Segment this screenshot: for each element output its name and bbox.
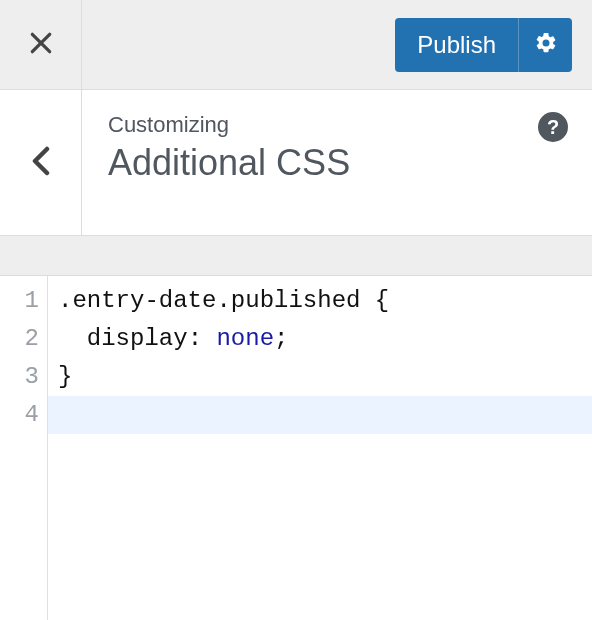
header-content: Customizing Additional CSS ? — [82, 90, 592, 235]
code-token: ; — [274, 325, 288, 352]
code-token: none — [216, 325, 274, 352]
line-number: 1 — [0, 282, 39, 320]
code-line[interactable]: } — [58, 358, 592, 396]
close-button[interactable] — [0, 0, 82, 90]
line-number: 2 — [0, 320, 39, 358]
section-divider — [0, 236, 592, 276]
code-line[interactable]: .entry-date.published { — [58, 282, 592, 320]
line-number: 3 — [0, 358, 39, 396]
publish-button[interactable]: Publish — [395, 18, 572, 72]
editor-code-area[interactable]: .entry-date.published { display: none;} — [48, 276, 592, 620]
code-token: : — [188, 325, 217, 352]
section-header: Customizing Additional CSS ? — [0, 90, 592, 236]
publish-settings-button[interactable] — [518, 18, 572, 72]
close-icon — [28, 30, 54, 60]
code-token — [58, 325, 87, 352]
publish-label: Publish — [395, 31, 518, 59]
code-line[interactable] — [48, 396, 592, 434]
css-editor[interactable]: 1234 .entry-date.published { display: no… — [0, 276, 592, 620]
code-line[interactable]: display: none; — [58, 320, 592, 358]
topbar-actions: Publish — [82, 18, 592, 72]
chevron-left-icon — [31, 146, 51, 180]
code-token: .entry-date.published { — [58, 287, 389, 314]
gear-icon — [534, 31, 558, 58]
editor-gutter: 1234 — [0, 276, 48, 620]
topbar: Publish — [0, 0, 592, 90]
code-token: } — [58, 363, 72, 390]
back-button[interactable] — [0, 90, 82, 236]
code-token: display — [87, 325, 188, 352]
help-icon: ? — [547, 116, 559, 139]
help-button[interactable]: ? — [538, 112, 568, 142]
breadcrumb: Customizing — [108, 112, 566, 138]
line-number: 4 — [0, 396, 39, 434]
page-title: Additional CSS — [108, 142, 566, 184]
